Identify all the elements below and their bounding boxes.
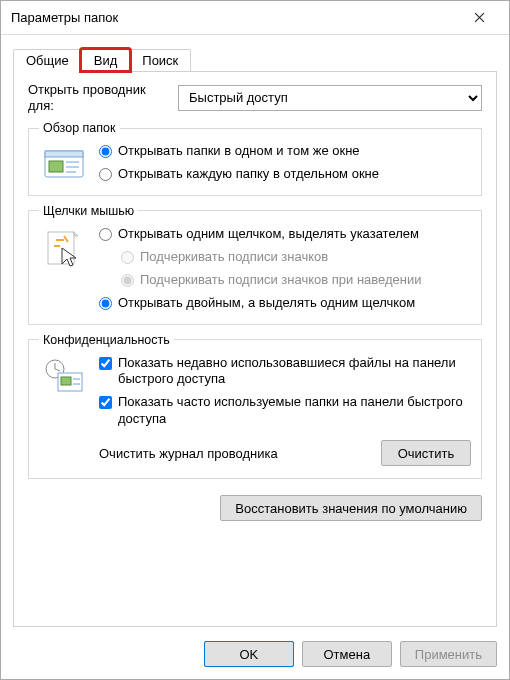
privacy-frequent-folders-option[interactable]: Показать часто используемые папки на пан… — [99, 394, 471, 428]
open-explorer-row: Открыть проводник для: Быстрый доступ — [28, 82, 482, 113]
browse-folders-legend: Обзор папок — [39, 121, 120, 135]
browse-folders-icon — [39, 143, 89, 183]
click-items-legend: Щелчки мышью — [39, 204, 138, 218]
client-area: Общие Вид Поиск Открыть проводник для: Б… — [1, 35, 509, 679]
tab-view[interactable]: Вид — [81, 49, 131, 71]
titlebar: Параметры папок — [1, 1, 509, 35]
tab-search[interactable]: Поиск — [129, 49, 191, 71]
dialog-buttons: OK Отмена Применить — [13, 627, 497, 667]
click-items-group: Щелчки мышью — [28, 204, 482, 325]
restore-defaults-button[interactable]: Восстановить значения по умолчанию — [220, 495, 482, 521]
privacy-clear-label: Очистить журнал проводника — [99, 446, 371, 461]
single-click-option[interactable]: Открывать одним щелчком, выделять указат… — [99, 226, 471, 243]
double-click-radio[interactable] — [99, 297, 112, 310]
privacy-recent-files-checkbox[interactable] — [99, 357, 112, 370]
restore-defaults-row: Восстановить значения по умолчанию — [28, 495, 482, 521]
svg-rect-2 — [49, 161, 63, 172]
privacy-recent-files-option[interactable]: Показать недавно использовавшиеся файлы … — [99, 355, 471, 389]
svg-rect-14 — [61, 377, 71, 385]
apply-button[interactable]: Применить — [400, 641, 497, 667]
privacy-frequent-folders-checkbox[interactable] — [99, 396, 112, 409]
open-explorer-label: Открыть проводник для: — [28, 82, 168, 113]
double-click-option[interactable]: Открывать двойным, а выделять одним щелч… — [99, 295, 471, 312]
click-items-icon — [39, 226, 89, 312]
browse-same-window-option[interactable]: Открывать папки в одном и том же окне — [99, 143, 471, 160]
open-explorer-combo[interactable]: Быстрый доступ — [178, 85, 482, 111]
browse-folders-group: Обзор папок — [28, 121, 482, 196]
window-title: Параметры папок — [11, 10, 459, 25]
clear-history-button[interactable]: Очистить — [381, 440, 471, 466]
browse-new-window-option[interactable]: Открывать каждую папку в отдельном окне — [99, 166, 471, 183]
tab-page-general: Открыть проводник для: Быстрый доступ Об… — [13, 71, 497, 627]
underline-always-radio — [121, 251, 134, 264]
cancel-button[interactable]: Отмена — [302, 641, 392, 667]
privacy-group: Конфиденциальность — [28, 333, 482, 480]
svg-rect-1 — [45, 151, 83, 157]
privacy-icon — [39, 355, 89, 467]
browse-new-window-radio[interactable] — [99, 168, 112, 181]
privacy-clear-row: Очистить журнал проводника Очистить — [99, 434, 471, 466]
privacy-legend: Конфиденциальность — [39, 333, 174, 347]
close-button[interactable] — [459, 1, 499, 35]
folder-options-window: Параметры папок Общие Вид Поиск Открыть … — [0, 0, 510, 680]
tab-strip: Общие Вид Поиск — [13, 45, 497, 71]
close-icon — [474, 12, 485, 23]
single-click-radio[interactable] — [99, 228, 112, 241]
ok-button[interactable]: OK — [204, 641, 294, 667]
underline-hover-radio — [121, 274, 134, 287]
underline-hover-option: Подчеркивать подписи значков при наведен… — [121, 272, 471, 289]
browse-same-window-radio[interactable] — [99, 145, 112, 158]
tab-general[interactable]: Общие — [13, 49, 82, 72]
underline-always-option: Подчеркивать подписи значков — [121, 249, 471, 266]
